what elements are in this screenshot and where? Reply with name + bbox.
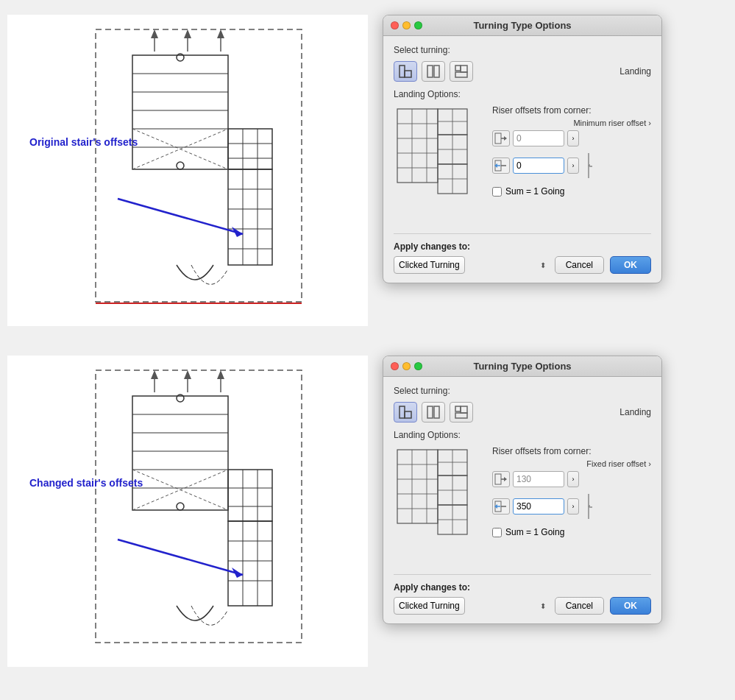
select-turning-label-2: Select turning: — [394, 386, 651, 396]
svg-marker-117 — [504, 477, 507, 481]
svg-rect-95 — [434, 406, 439, 418]
maximize-button-1[interactable] — [414, 21, 422, 29]
landing-diagram-1 — [394, 105, 482, 223]
landing-options-label-2: Landing Options: — [394, 430, 651, 440]
svg-rect-34 — [427, 66, 433, 77]
dropdown-arrow-1: ⬍ — [540, 261, 546, 269]
arrow-btn-2b[interactable]: › — [567, 498, 579, 515]
svg-marker-12 — [217, 29, 224, 38]
svg-line-90 — [118, 540, 243, 575]
landing-diagram-2 — [394, 446, 482, 564]
turning-btn-w-2[interactable] — [450, 402, 473, 423]
select-turning-label-1: Select turning: — [394, 45, 651, 55]
svg-rect-92 — [400, 406, 405, 418]
turning-btn-w-1[interactable] — [450, 61, 473, 82]
stair2-label: Changed stair's offsets — [29, 477, 143, 489]
arrow-btn-1b[interactable]: › — [567, 158, 579, 174]
svg-rect-63 — [132, 396, 228, 510]
top-row: Original stair's offsets Turning Type Op… — [0, 0, 735, 341]
landing-options-label-1: Landing Options: — [394, 89, 651, 99]
svg-rect-14 — [228, 129, 272, 169]
input-row-1a: 0 › — [492, 130, 651, 146]
dialog-1-title: Turning Type Options — [473, 20, 571, 31]
minimize-button-2[interactable] — [402, 362, 411, 370]
svg-rect-98 — [461, 406, 467, 413]
svg-marker-72 — [184, 370, 191, 379]
landing-label-2: Landing — [619, 407, 651, 417]
turning-btn-l-2[interactable] — [394, 402, 417, 423]
traffic-lights-1 — [391, 21, 422, 29]
close-button-2[interactable] — [391, 362, 399, 370]
sum-checkbox-2[interactable] — [492, 528, 502, 537]
turning-buttons-2: Landing — [394, 402, 651, 423]
svg-rect-93 — [405, 411, 411, 418]
apply-row-2: Clicked Turning ⬍ Cancel OK — [394, 597, 651, 615]
dialog-2-titlebar: Turning Type Options — [383, 356, 661, 377]
dialog-2-body: Select turning: — [383, 377, 661, 623]
svg-rect-39 — [397, 109, 438, 183]
riser-input-2a[interactable]: 130 — [513, 471, 564, 487]
input-icon-2a — [492, 471, 510, 487]
stair-diagram-1: Original stair's offsets — [7, 15, 368, 326]
stair-svg-1 — [7, 15, 368, 324]
svg-point-28 — [177, 162, 184, 169]
svg-rect-115 — [495, 474, 501, 484]
main-container: Original stair's offsets Turning Type Op… — [0, 0, 735, 682]
arrow-btn-2a[interactable]: › — [567, 471, 579, 487]
turning-btn-l-1[interactable] — [394, 61, 417, 82]
svg-rect-81 — [228, 521, 272, 606]
input-row-2a: 130 › — [492, 471, 651, 487]
svg-rect-94 — [427, 406, 433, 418]
dialog-1-titlebar: Turning Type Options — [383, 15, 661, 36]
input-icon-1b — [492, 158, 510, 174]
arrow-btn-1a[interactable]: › — [567, 130, 579, 146]
dialog-2: Turning Type Options Select turning: — [383, 356, 662, 624]
stair-svg-2 — [7, 356, 368, 665]
turning-btn-s-1[interactable] — [422, 61, 445, 82]
apply-dropdown-1[interactable]: Clicked Turning — [394, 256, 465, 274]
sum-label-2: Sum = 1 Going — [505, 527, 564, 537]
sum-checkbox-1[interactable] — [492, 187, 502, 197]
riser-label-1: Riser offsets from corner: — [492, 105, 651, 116]
close-button-1[interactable] — [391, 21, 399, 29]
riser-row-label-2: Fixed riser offset › — [492, 459, 651, 468]
riser-input-1b[interactable]: 0 — [513, 158, 564, 174]
checkbox-row-2: Sum = 1 Going — [492, 527, 651, 537]
apply-label-1: Apply changes to: — [394, 241, 651, 252]
svg-rect-38 — [461, 66, 467, 72]
cancel-button-1[interactable]: Cancel — [555, 256, 604, 274]
dropdown-arrow-2: ⬍ — [540, 602, 546, 610]
svg-marker-8 — [151, 29, 158, 38]
apply-section-1: Apply changes to: Clicked Turning ⬍ Canc… — [394, 233, 651, 274]
riser-label-2: Riser offsets from corner: — [492, 446, 651, 456]
bottom-row: Changed stair's offsets Turning Type Opt… — [0, 341, 735, 682]
stair-diagram-2: Changed stair's offsets — [7, 356, 368, 667]
sum-label-1: Sum = 1 Going — [505, 186, 564, 197]
riser-input-2b[interactable]: 350 — [513, 498, 564, 515]
input-row-2b: 350 › — [492, 492, 651, 521]
svg-rect-99 — [397, 450, 438, 523]
riser-options-1: Riser offsets from corner: Minimum riser… — [492, 105, 651, 197]
ok-button-1[interactable]: OK — [610, 256, 651, 274]
link-icon-2 — [582, 492, 595, 521]
svg-rect-1 — [132, 55, 228, 169]
svg-marker-57 — [504, 136, 507, 141]
svg-marker-70 — [151, 370, 158, 379]
apply-dropdown-2[interactable]: Clicked Turning — [394, 597, 465, 615]
svg-rect-55 — [495, 133, 501, 144]
checkbox-row-1: Sum = 1 Going — [492, 186, 651, 197]
turning-btn-s-2[interactable] — [422, 402, 445, 423]
apply-label-2: Apply changes to: — [394, 582, 651, 593]
svg-marker-74 — [217, 370, 224, 379]
riser-input-1a[interactable]: 0 — [513, 130, 564, 146]
maximize-button-2[interactable] — [414, 362, 422, 370]
cancel-button-2[interactable]: Cancel — [555, 597, 604, 615]
traffic-lights-2 — [391, 362, 422, 370]
dialog-1: Turning Type Options Select turning: — [383, 15, 662, 283]
minimize-button-1[interactable] — [402, 21, 411, 29]
svg-point-89 — [177, 503, 184, 510]
input-icon-2b — [492, 498, 510, 515]
dialog-2-title: Turning Type Options — [473, 361, 571, 372]
ok-button-2[interactable]: OK — [610, 597, 651, 615]
landing-label-1: Landing — [619, 66, 651, 77]
